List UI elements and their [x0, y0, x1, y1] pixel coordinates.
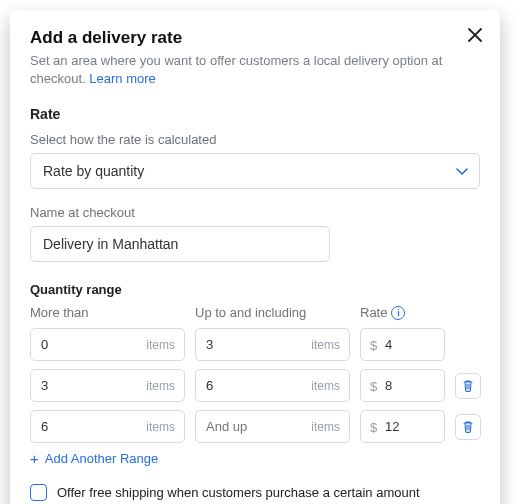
rate-heading: Rate [30, 106, 480, 122]
rate-cell: $ [360, 328, 445, 361]
row-action [455, 373, 481, 399]
quantity-range-row: itemsitems$ [30, 369, 480, 402]
add-range-label: Add Another Range [45, 451, 158, 466]
info-icon[interactable]: i [391, 306, 405, 320]
delete-range-button[interactable] [455, 414, 481, 440]
close-icon [468, 28, 482, 42]
more-than-input[interactable] [30, 328, 185, 361]
quantity-range-row: itemsitems$ [30, 328, 480, 361]
calc-label: Select how the rate is calculated [30, 132, 480, 147]
up-to-input[interactable] [195, 369, 350, 402]
delivery-rate-modal: Add a delivery rate Set an area where yo… [10, 10, 500, 504]
col-more-than: More than [30, 305, 185, 320]
trash-icon [462, 379, 474, 392]
more-than-cell: items [30, 328, 185, 361]
more-than-cell: items [30, 410, 185, 443]
more-than-input[interactable] [30, 410, 185, 443]
rate-input[interactable] [360, 410, 445, 443]
up-to-cell: items [195, 410, 350, 443]
trash-icon [462, 420, 474, 433]
col-up-to: Up to and including [195, 305, 350, 320]
delete-range-button[interactable] [455, 373, 481, 399]
more-than-cell: items [30, 369, 185, 402]
quantity-range-heading: Quantity range [30, 282, 480, 297]
free-shipping-row: Offer free shipping when customers purch… [30, 484, 480, 501]
learn-more-link[interactable]: Learn more [89, 71, 155, 86]
free-shipping-label: Offer free shipping when customers purch… [57, 485, 420, 500]
add-another-range-button[interactable]: + Add Another Range [30, 451, 480, 466]
rate-calc-select[interactable]: Rate by quantity [30, 153, 480, 189]
close-button[interactable] [464, 24, 486, 46]
quantity-range-row: itemsitems$ [30, 410, 480, 443]
row-action [455, 414, 481, 440]
rate-calc-select-wrap: Rate by quantity [30, 153, 480, 189]
plus-icon: + [30, 451, 39, 466]
up-to-input[interactable] [195, 410, 350, 443]
rate-input[interactable] [360, 369, 445, 402]
rate-cell: $ [360, 410, 445, 443]
up-to-cell: items [195, 328, 350, 361]
up-to-input[interactable] [195, 328, 350, 361]
col-rate-text: Rate [360, 305, 387, 320]
free-shipping-checkbox[interactable] [30, 484, 47, 501]
up-to-cell: items [195, 369, 350, 402]
modal-subtitle: Set an area where you want to offer cust… [30, 52, 480, 88]
name-label: Name at checkout [30, 205, 480, 220]
name-at-checkout-input[interactable] [30, 226, 330, 262]
modal-title: Add a delivery rate [30, 28, 480, 48]
more-than-input[interactable] [30, 369, 185, 402]
quantity-range-header: More than Up to and including Rate i [30, 305, 480, 320]
rate-input[interactable] [360, 328, 445, 361]
col-rate: Rate i [360, 305, 445, 320]
rate-cell: $ [360, 369, 445, 402]
